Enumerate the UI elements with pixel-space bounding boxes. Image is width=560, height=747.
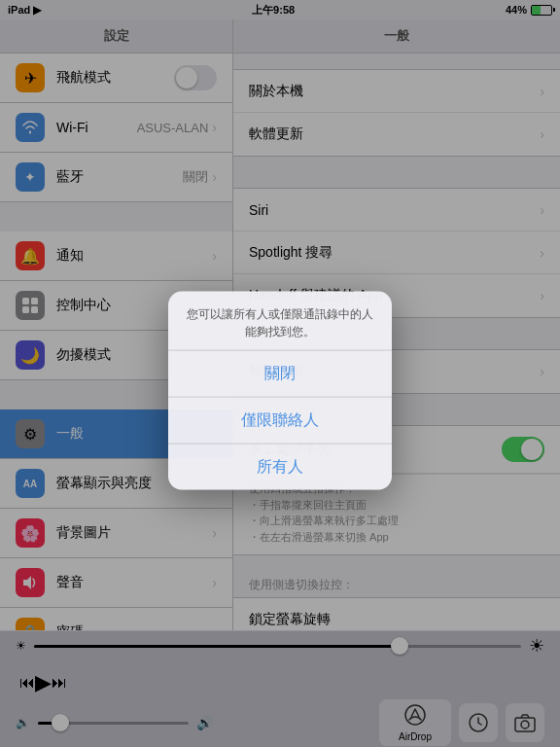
modal-option-close[interactable]: 關閉 (168, 351, 392, 398)
modal-description: 您可以讓所有人或僅限通訊錄中的人能夠找到您。 (168, 292, 392, 350)
overlay[interactable]: 您可以讓所有人或僅限通訊錄中的人能夠找到您。 關閉 僅限聯絡人 所有人 (0, 0, 560, 747)
modal-option-contacts[interactable]: 僅限聯絡人 (168, 398, 392, 445)
airdrop-modal: 您可以讓所有人或僅限通訊錄中的人能夠找到您。 關閉 僅限聯絡人 所有人 (168, 292, 392, 490)
modal-option-everyone[interactable]: 所有人 (168, 445, 392, 490)
